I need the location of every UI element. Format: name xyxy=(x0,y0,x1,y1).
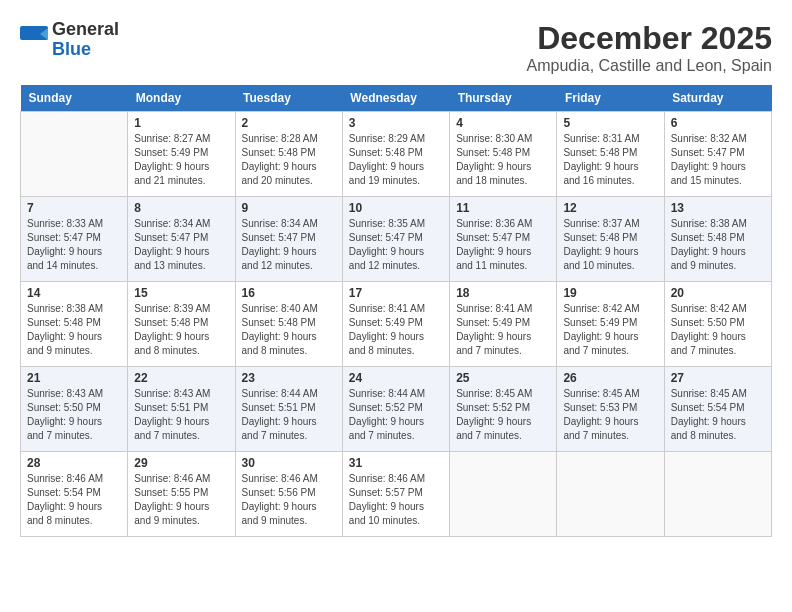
calendar-cell: 18Sunrise: 8:41 AM Sunset: 5:49 PM Dayli… xyxy=(450,282,557,367)
day-info: Sunrise: 8:45 AM Sunset: 5:54 PM Dayligh… xyxy=(671,387,765,443)
day-number: 4 xyxy=(456,116,550,130)
day-number: 23 xyxy=(242,371,336,385)
day-number: 12 xyxy=(563,201,657,215)
day-info: Sunrise: 8:41 AM Sunset: 5:49 PM Dayligh… xyxy=(456,302,550,358)
calendar-cell: 15Sunrise: 8:39 AM Sunset: 5:48 PM Dayli… xyxy=(128,282,235,367)
calendar-cell: 8Sunrise: 8:34 AM Sunset: 5:47 PM Daylig… xyxy=(128,197,235,282)
day-number: 22 xyxy=(134,371,228,385)
calendar-cell: 5Sunrise: 8:31 AM Sunset: 5:48 PM Daylig… xyxy=(557,112,664,197)
day-info: Sunrise: 8:42 AM Sunset: 5:49 PM Dayligh… xyxy=(563,302,657,358)
page-header: General Blue December 2025 Ampudia, Cast… xyxy=(20,20,772,75)
calendar-week-row: 28Sunrise: 8:46 AM Sunset: 5:54 PM Dayli… xyxy=(21,452,772,537)
day-number: 16 xyxy=(242,286,336,300)
calendar-cell: 7Sunrise: 8:33 AM Sunset: 5:47 PM Daylig… xyxy=(21,197,128,282)
day-header-thursday: Thursday xyxy=(450,85,557,112)
day-header-sunday: Sunday xyxy=(21,85,128,112)
calendar-cell: 20Sunrise: 8:42 AM Sunset: 5:50 PM Dayli… xyxy=(664,282,771,367)
day-number: 18 xyxy=(456,286,550,300)
day-number: 5 xyxy=(563,116,657,130)
day-info: Sunrise: 8:41 AM Sunset: 5:49 PM Dayligh… xyxy=(349,302,443,358)
day-info: Sunrise: 8:44 AM Sunset: 5:52 PM Dayligh… xyxy=(349,387,443,443)
calendar-cell xyxy=(664,452,771,537)
day-info: Sunrise: 8:36 AM Sunset: 5:47 PM Dayligh… xyxy=(456,217,550,273)
day-info: Sunrise: 8:38 AM Sunset: 5:48 PM Dayligh… xyxy=(27,302,121,358)
day-number: 8 xyxy=(134,201,228,215)
day-info: Sunrise: 8:35 AM Sunset: 5:47 PM Dayligh… xyxy=(349,217,443,273)
day-info: Sunrise: 8:30 AM Sunset: 5:48 PM Dayligh… xyxy=(456,132,550,188)
day-info: Sunrise: 8:43 AM Sunset: 5:50 PM Dayligh… xyxy=(27,387,121,443)
day-info: Sunrise: 8:44 AM Sunset: 5:51 PM Dayligh… xyxy=(242,387,336,443)
day-number: 29 xyxy=(134,456,228,470)
calendar-cell: 23Sunrise: 8:44 AM Sunset: 5:51 PM Dayli… xyxy=(235,367,342,452)
logo-general-text: General xyxy=(52,20,119,40)
calendar-cell: 22Sunrise: 8:43 AM Sunset: 5:51 PM Dayli… xyxy=(128,367,235,452)
calendar-cell: 9Sunrise: 8:34 AM Sunset: 5:47 PM Daylig… xyxy=(235,197,342,282)
calendar-cell: 26Sunrise: 8:45 AM Sunset: 5:53 PM Dayli… xyxy=(557,367,664,452)
day-info: Sunrise: 8:33 AM Sunset: 5:47 PM Dayligh… xyxy=(27,217,121,273)
day-info: Sunrise: 8:39 AM Sunset: 5:48 PM Dayligh… xyxy=(134,302,228,358)
calendar-cell: 6Sunrise: 8:32 AM Sunset: 5:47 PM Daylig… xyxy=(664,112,771,197)
day-info: Sunrise: 8:42 AM Sunset: 5:50 PM Dayligh… xyxy=(671,302,765,358)
day-info: Sunrise: 8:27 AM Sunset: 5:49 PM Dayligh… xyxy=(134,132,228,188)
day-header-saturday: Saturday xyxy=(664,85,771,112)
calendar-cell: 19Sunrise: 8:42 AM Sunset: 5:49 PM Dayli… xyxy=(557,282,664,367)
day-header-tuesday: Tuesday xyxy=(235,85,342,112)
calendar-cell: 24Sunrise: 8:44 AM Sunset: 5:52 PM Dayli… xyxy=(342,367,449,452)
calendar-week-row: 14Sunrise: 8:38 AM Sunset: 5:48 PM Dayli… xyxy=(21,282,772,367)
logo: General Blue xyxy=(20,20,119,60)
day-number: 6 xyxy=(671,116,765,130)
calendar-cell: 12Sunrise: 8:37 AM Sunset: 5:48 PM Dayli… xyxy=(557,197,664,282)
calendar-cell: 16Sunrise: 8:40 AM Sunset: 5:48 PM Dayli… xyxy=(235,282,342,367)
day-number: 26 xyxy=(563,371,657,385)
day-info: Sunrise: 8:46 AM Sunset: 5:54 PM Dayligh… xyxy=(27,472,121,528)
day-number: 10 xyxy=(349,201,443,215)
calendar-cell: 27Sunrise: 8:45 AM Sunset: 5:54 PM Dayli… xyxy=(664,367,771,452)
day-number: 14 xyxy=(27,286,121,300)
day-info: Sunrise: 8:37 AM Sunset: 5:48 PM Dayligh… xyxy=(563,217,657,273)
calendar-cell: 10Sunrise: 8:35 AM Sunset: 5:47 PM Dayli… xyxy=(342,197,449,282)
calendar-cell: 13Sunrise: 8:38 AM Sunset: 5:48 PM Dayli… xyxy=(664,197,771,282)
day-number: 7 xyxy=(27,201,121,215)
day-number: 3 xyxy=(349,116,443,130)
day-number: 15 xyxy=(134,286,228,300)
calendar-cell xyxy=(557,452,664,537)
day-info: Sunrise: 8:43 AM Sunset: 5:51 PM Dayligh… xyxy=(134,387,228,443)
title-block: December 2025 Ampudia, Castille and Leon… xyxy=(527,20,773,75)
calendar-week-row: 1Sunrise: 8:27 AM Sunset: 5:49 PM Daylig… xyxy=(21,112,772,197)
logo-blue-text: Blue xyxy=(52,40,119,60)
day-info: Sunrise: 8:46 AM Sunset: 5:57 PM Dayligh… xyxy=(349,472,443,528)
calendar-week-row: 7Sunrise: 8:33 AM Sunset: 5:47 PM Daylig… xyxy=(21,197,772,282)
day-number: 11 xyxy=(456,201,550,215)
calendar-header-row: SundayMondayTuesdayWednesdayThursdayFrid… xyxy=(21,85,772,112)
calendar-cell: 31Sunrise: 8:46 AM Sunset: 5:57 PM Dayli… xyxy=(342,452,449,537)
calendar-cell: 29Sunrise: 8:46 AM Sunset: 5:55 PM Dayli… xyxy=(128,452,235,537)
day-number: 21 xyxy=(27,371,121,385)
day-info: Sunrise: 8:31 AM Sunset: 5:48 PM Dayligh… xyxy=(563,132,657,188)
day-info: Sunrise: 8:28 AM Sunset: 5:48 PM Dayligh… xyxy=(242,132,336,188)
calendar-cell: 11Sunrise: 8:36 AM Sunset: 5:47 PM Dayli… xyxy=(450,197,557,282)
day-info: Sunrise: 8:38 AM Sunset: 5:48 PM Dayligh… xyxy=(671,217,765,273)
calendar-cell: 17Sunrise: 8:41 AM Sunset: 5:49 PM Dayli… xyxy=(342,282,449,367)
day-number: 17 xyxy=(349,286,443,300)
logo-icon xyxy=(20,26,48,54)
day-info: Sunrise: 8:34 AM Sunset: 5:47 PM Dayligh… xyxy=(242,217,336,273)
day-info: Sunrise: 8:29 AM Sunset: 5:48 PM Dayligh… xyxy=(349,132,443,188)
day-number: 20 xyxy=(671,286,765,300)
calendar-table: SundayMondayTuesdayWednesdayThursdayFrid… xyxy=(20,85,772,537)
calendar-cell: 28Sunrise: 8:46 AM Sunset: 5:54 PM Dayli… xyxy=(21,452,128,537)
day-number: 9 xyxy=(242,201,336,215)
day-number: 24 xyxy=(349,371,443,385)
day-info: Sunrise: 8:34 AM Sunset: 5:47 PM Dayligh… xyxy=(134,217,228,273)
calendar-cell: 3Sunrise: 8:29 AM Sunset: 5:48 PM Daylig… xyxy=(342,112,449,197)
calendar-cell: 21Sunrise: 8:43 AM Sunset: 5:50 PM Dayli… xyxy=(21,367,128,452)
calendar-week-row: 21Sunrise: 8:43 AM Sunset: 5:50 PM Dayli… xyxy=(21,367,772,452)
svg-rect-1 xyxy=(20,40,48,54)
day-number: 1 xyxy=(134,116,228,130)
day-header-friday: Friday xyxy=(557,85,664,112)
day-number: 25 xyxy=(456,371,550,385)
day-number: 19 xyxy=(563,286,657,300)
calendar-cell: 14Sunrise: 8:38 AM Sunset: 5:48 PM Dayli… xyxy=(21,282,128,367)
day-info: Sunrise: 8:46 AM Sunset: 5:56 PM Dayligh… xyxy=(242,472,336,528)
day-number: 31 xyxy=(349,456,443,470)
calendar-cell: 30Sunrise: 8:46 AM Sunset: 5:56 PM Dayli… xyxy=(235,452,342,537)
